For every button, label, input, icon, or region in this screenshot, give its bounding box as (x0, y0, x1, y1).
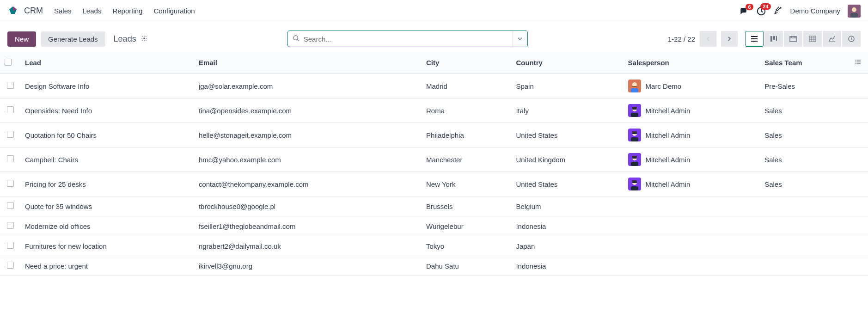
salesperson-name: Mitchell Admin (646, 107, 691, 115)
cell-country: United States (511, 172, 623, 196)
view-switcher (745, 31, 861, 47)
cell-email: tina@opensides.example.com (194, 98, 422, 123)
pager-prev-button[interactable] (700, 31, 716, 47)
column-header-salesperson[interactable]: Salesperson (623, 52, 760, 74)
cell-email: ngrabert2@dailymail.co.uk (194, 236, 422, 256)
salesperson-avatar (628, 153, 641, 166)
salesperson-name: Marc Demo (646, 82, 682, 90)
search-box (287, 31, 528, 47)
row-checkbox[interactable] (7, 155, 14, 162)
column-header-country[interactable]: Country (511, 52, 623, 74)
svg-rect-10 (790, 37, 796, 42)
company-name[interactable]: Demo Company (790, 7, 840, 15)
view-graph-button[interactable] (823, 31, 841, 47)
nav-item-reporting[interactable]: Reporting (112, 7, 142, 15)
cell-city: Wurigelebur (422, 216, 511, 236)
cell-team (760, 256, 850, 276)
gear-icon[interactable] (141, 34, 147, 44)
activities-badge: 24 (760, 3, 770, 10)
row-checkbox[interactable] (7, 131, 14, 138)
table-row[interactable]: Need a price: urgentikirvell3@gnu.orgDah… (0, 256, 868, 276)
salesperson-avatar (628, 129, 641, 141)
cell-country: Spain (511, 74, 623, 98)
salesperson-name: Mitchell Admin (646, 180, 691, 188)
cell-city: Manchester (422, 147, 511, 172)
table-row[interactable]: Design Software Infojga@solar.example.co… (0, 74, 868, 98)
pager-text[interactable]: 1-22 / 22 (668, 35, 695, 43)
svg-rect-11 (809, 36, 816, 42)
table-row[interactable]: Quote for 35 windowstbrockhouse0@google.… (0, 196, 868, 216)
cell-salesperson (623, 216, 760, 236)
cell-salesperson (623, 196, 760, 216)
generate-leads-button[interactable]: Generate Leads (41, 31, 105, 47)
salesperson-avatar (628, 104, 641, 117)
cell-team: Sales (760, 98, 850, 123)
search-dropdown-toggle[interactable] (513, 31, 527, 47)
cell-lead: Pricing for 25 desks (20, 172, 194, 196)
search-input[interactable] (304, 35, 508, 43)
view-activity-button[interactable] (842, 31, 861, 47)
table-row[interactable]: Opensides: Need Infotina@opensides.examp… (0, 98, 868, 123)
view-kanban-button[interactable] (764, 31, 783, 47)
cell-city: Madrid (422, 74, 511, 98)
table-row[interactable]: Quotation for 50 Chairshelle@stonageit.e… (0, 123, 868, 147)
activities-button[interactable]: 24 (756, 6, 766, 16)
cell-country: Belgium (511, 196, 623, 216)
row-checkbox[interactable] (7, 242, 14, 249)
messages-button[interactable]: 6 (739, 6, 749, 16)
cell-lead: Quote for 35 windows (20, 196, 194, 216)
tools-icon[interactable] (774, 6, 783, 16)
nav-item-leads[interactable]: Leads (83, 7, 102, 15)
main-menu: SalesLeadsReportingConfiguration (54, 7, 195, 15)
cell-lead: Opensides: Need Info (20, 98, 194, 123)
cell-lead: Need a price: urgent (20, 256, 194, 276)
select-all-checkbox[interactable] (5, 59, 12, 66)
svg-rect-8 (773, 36, 775, 40)
cell-salesperson: Mitchell Admin (623, 98, 760, 123)
nav-item-configuration[interactable]: Configuration (153, 7, 195, 15)
view-list-button[interactable] (745, 31, 764, 47)
row-checkbox[interactable] (7, 106, 14, 113)
column-header-team[interactable]: Sales Team (760, 52, 850, 74)
svg-point-3 (852, 7, 856, 12)
column-header-city[interactable]: City (422, 52, 511, 74)
breadcrumb: Leads (114, 34, 147, 44)
column-header-lead[interactable]: Lead (20, 52, 194, 74)
cell-city: Philadelphia (422, 123, 511, 147)
column-options[interactable] (850, 52, 868, 74)
row-checkbox[interactable] (7, 262, 14, 269)
view-calendar-button[interactable] (784, 31, 802, 47)
nav-item-sales[interactable]: Sales (54, 7, 72, 15)
table-row[interactable]: Modernize old officesfseiller1@theglobea… (0, 216, 868, 236)
leads-table: Lead Email City Country Salesperson Sale… (0, 52, 868, 276)
cell-country: Japan (511, 236, 623, 256)
salesperson-avatar (628, 178, 641, 190)
cell-email: hmc@yahoo.example.com (194, 147, 422, 172)
row-checkbox[interactable] (7, 82, 14, 89)
cell-email: fseiller1@theglobeandmail.com (194, 216, 422, 236)
cell-city: Roma (422, 98, 511, 123)
cell-email: jga@solar.example.com (194, 74, 422, 98)
table-row[interactable]: Campbell: Chairshmc@yahoo.example.comMan… (0, 147, 868, 172)
row-checkbox[interactable] (7, 202, 14, 209)
cell-country: United States (511, 123, 623, 147)
column-header-email[interactable]: Email (194, 52, 422, 74)
cell-lead: Modernize old offices (20, 216, 194, 236)
new-button[interactable]: New (7, 31, 36, 47)
table-row[interactable]: Furnitures for new locationngrabert2@dai… (0, 236, 868, 256)
cell-team (760, 236, 850, 256)
cell-email: helle@stonageit.example.com (194, 123, 422, 147)
salesperson-name: Mitchell Admin (646, 131, 691, 139)
row-checkbox[interactable] (7, 180, 14, 187)
cell-city: New York (422, 172, 511, 196)
row-checkbox[interactable] (7, 222, 14, 229)
view-pivot-button[interactable] (803, 31, 822, 47)
control-panel: New Generate Leads Leads 1-22 / 22 (0, 22, 868, 52)
pager-next-button[interactable] (721, 31, 738, 47)
cell-country: Indonesia (511, 256, 623, 276)
table-row[interactable]: Pricing for 25 deskscontact@thekompany.e… (0, 172, 868, 196)
user-avatar[interactable] (848, 5, 861, 18)
cell-team: Sales (760, 123, 850, 147)
header-right: 6 24 Demo Company (739, 5, 861, 18)
app-logo-icon[interactable] (7, 6, 18, 17)
